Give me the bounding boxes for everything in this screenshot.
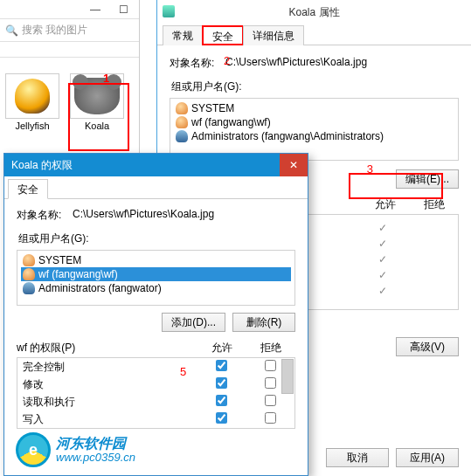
watermark-line2: www.pc0359.cn (56, 452, 135, 464)
properties-title: Koala 属性 (288, 5, 339, 20)
permissions-table: 完全控制 修改 读取和执行 写入 (17, 357, 295, 429)
perm-name: 写入 (17, 412, 197, 427)
cancel-button[interactable]: 取消 (326, 448, 389, 467)
annotation-2: 2 (224, 54, 230, 67)
add-button[interactable]: 添加(D)... (162, 313, 225, 332)
watermark-text: 河东软件园 www.pc0359.cn (56, 436, 135, 464)
koala-image (70, 73, 124, 119)
tab-details[interactable]: 详细信息 (243, 25, 304, 45)
deny-checkbox[interactable] (265, 412, 276, 424)
groups-label: 组或用户名(G): (18, 231, 295, 246)
allow-col-header: 允许 (197, 341, 246, 355)
object-name-label: 对象名称: (17, 208, 73, 223)
group-icon (23, 282, 35, 294)
annotation-5: 5 (180, 365, 186, 378)
thumbnail-jellyfish[interactable]: Jellyfish (5, 73, 59, 131)
add-remove-row: 添加(D)... 删除(R) (17, 313, 295, 332)
object-name-row: 对象名称: C:\Users\wf\Pictures\Koala.jpg (170, 56, 459, 71)
groups-label: 组或用户名(G): (171, 79, 459, 94)
user-icon (23, 254, 35, 266)
deny-col-header: 拒绝 (410, 197, 459, 212)
group-row-system[interactable]: SYSTEM (174, 101, 454, 115)
allow-checkbox[interactable] (216, 412, 227, 424)
close-icon: ✕ (289, 159, 298, 171)
perm-row-write: 写入 (17, 410, 294, 428)
user-icon (176, 102, 188, 114)
group-row-admins[interactable]: Administrators (fangwator) (21, 281, 291, 295)
group-name: SYSTEM (191, 102, 234, 114)
user-icon (176, 116, 188, 128)
object-name-label: 对象名称: (170, 56, 225, 71)
group-name: wf (fangwang\wf) (191, 116, 271, 128)
group-row-wf[interactable]: wf (fangwang\wf) (174, 115, 454, 129)
advanced-button[interactable]: 高级(V) (396, 337, 459, 356)
scrollbar-thumb[interactable] (281, 359, 294, 394)
edit-button[interactable]: 编辑(E)... (396, 169, 459, 189)
thumbnail-grid: Jellyfish Koala (0, 58, 139, 135)
window-icon (163, 5, 175, 17)
permissions-content: 对象名称: C:\Users\wf\Pictures\Koala.jpg 组或用… (4, 199, 308, 438)
group-row-admins[interactable]: Administrators (fangwang\Administrators) (174, 129, 454, 143)
deny-checkbox[interactable] (265, 360, 276, 371)
properties-bottom-buttons: 取消 应用(A) (326, 448, 459, 467)
toolbar-row (0, 42, 139, 58)
minimize-button[interactable]: — (85, 2, 106, 17)
annotation-1: 1 (103, 72, 109, 85)
group-name: SYSTEM (38, 254, 81, 266)
perm-name: 完全控制 (17, 360, 197, 375)
tab-security[interactable]: 安全 (8, 179, 48, 199)
permissions-header: wf 的权限(P) 允许 拒绝 (17, 341, 295, 355)
tab-general[interactable]: 常规 (163, 25, 203, 45)
check-icon: ✓ (358, 238, 407, 250)
group-row-wf[interactable]: wf (fangwang\wf) (21, 267, 291, 281)
tab-security[interactable]: 安全 (202, 25, 244, 45)
watermark-line1: 河东软件园 (56, 436, 135, 452)
allow-col-header: 允许 (361, 197, 410, 212)
apply-button[interactable]: 应用(A) (396, 448, 459, 467)
group-icon (176, 130, 188, 142)
tab-strip: 常规 安全 详细信息 (157, 24, 471, 45)
groups-listbox[interactable]: SYSTEM wf (fangwang\wf) Administrators (… (17, 250, 295, 306)
deny-checkbox[interactable] (265, 395, 276, 406)
thumbnail-koala[interactable]: Koala (70, 73, 124, 131)
group-name: Administrators (fangwang\Administrators) (191, 130, 384, 142)
check-icon: ✓ (358, 253, 407, 266)
tab-strip: 安全 (4, 178, 308, 199)
allow-checkbox[interactable] (216, 360, 227, 371)
object-name-row: 对象名称: C:\Users\wf\Pictures\Koala.jpg (17, 208, 295, 223)
search-icon: 🔍 (5, 24, 18, 37)
allow-checkbox[interactable] (216, 395, 227, 406)
properties-titlebar: Koala 属性 (157, 0, 471, 24)
deny-col-header: 拒绝 (246, 341, 295, 355)
deny-checkbox[interactable] (265, 377, 276, 389)
thumbnail-label: Koala (85, 121, 109, 131)
annotation-3: 3 (367, 162, 373, 176)
jellyfish-image (5, 73, 59, 119)
perm-name: 修改 (17, 377, 197, 392)
perm-row-modify: 修改 (17, 376, 294, 393)
group-name: wf (fangwang\wf) (38, 268, 118, 280)
object-name-value: C:\Users\wf\Pictures\Koala.jpg (225, 56, 367, 71)
permissions-titlebar: Koala 的权限 ✕ (4, 154, 308, 176)
group-row-system[interactable]: SYSTEM (21, 253, 291, 267)
explorer-window: — ☐ 🔍 搜索 我的图片 Jellyfish Koala (0, 0, 140, 175)
groups-listbox[interactable]: SYSTEM wf (fangwang\wf) Administrators (… (170, 98, 459, 161)
watermark: e 河东软件园 www.pc0359.cn (16, 432, 135, 467)
search-input[interactable]: 🔍 搜索 我的图片 (0, 19, 139, 42)
object-name-value: C:\Users\wf\Pictures\Koala.jpg (73, 208, 214, 223)
permissions-title: Koala 的权限 (11, 158, 73, 173)
perm-row-readexec: 读取和执行 (17, 393, 294, 410)
remove-button[interactable]: 删除(R) (232, 313, 295, 332)
user-icon (23, 268, 35, 280)
permissions-dialog: Koala 的权限 ✕ 安全 对象名称: C:\Users\wf\Picture… (3, 153, 308, 476)
maximize-button[interactable]: ☐ (113, 2, 134, 17)
perm-row-fullcontrol: 完全控制 (17, 358, 294, 376)
explorer-titlebar: — ☐ (0, 0, 139, 19)
thumbnail-label: Jellyfish (15, 121, 49, 131)
check-icon: ✓ (358, 285, 407, 297)
allow-checkbox[interactable] (216, 377, 227, 389)
check-icon: ✓ (358, 269, 407, 281)
close-button[interactable]: ✕ (280, 154, 308, 176)
perm-user-label: wf 的权限(P) (17, 341, 197, 355)
search-placeholder: 搜索 我的图片 (22, 23, 87, 38)
